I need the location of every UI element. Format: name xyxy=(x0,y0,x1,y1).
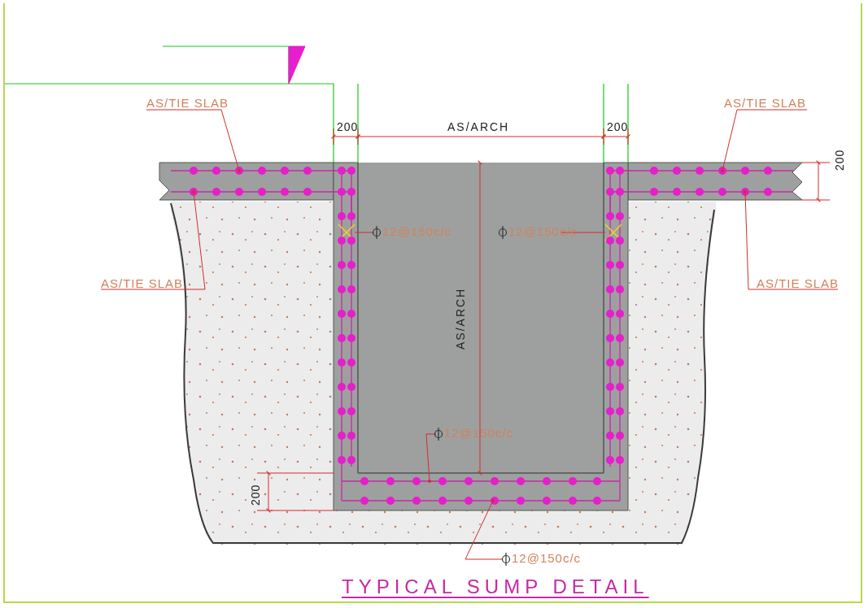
svg-point-113 xyxy=(569,477,577,485)
svg-point-109 xyxy=(465,477,473,485)
svg-point-50 xyxy=(718,188,726,196)
svg-point-122 xyxy=(543,497,551,505)
svg-point-70 xyxy=(347,358,355,367)
drawing-canvas xyxy=(0,0,868,608)
green-lines xyxy=(5,46,628,163)
svg-point-110 xyxy=(491,477,499,485)
svg-point-92 xyxy=(616,310,624,318)
svg-point-58 xyxy=(347,212,355,220)
svg-point-76 xyxy=(347,432,355,440)
svg-point-41 xyxy=(650,167,658,175)
dim-depth: AS/ARCH xyxy=(454,288,467,350)
svg-point-108 xyxy=(438,477,447,485)
svg-point-116 xyxy=(386,497,395,505)
svg-point-117 xyxy=(412,497,421,505)
svg-point-89 xyxy=(606,285,614,293)
dim-wall-left: 200 xyxy=(337,120,358,133)
svg-point-80 xyxy=(616,167,624,175)
svg-point-87 xyxy=(606,261,614,269)
svg-point-107 xyxy=(412,477,421,485)
svg-point-40 xyxy=(303,188,312,196)
dim-base-thk: 200 xyxy=(249,484,262,506)
svg-point-106 xyxy=(386,477,395,485)
svg-point-59 xyxy=(338,237,346,245)
svg-point-104 xyxy=(616,456,624,464)
svg-point-114 xyxy=(593,477,601,485)
svg-point-63 xyxy=(338,285,346,293)
svg-point-29 xyxy=(190,167,198,175)
svg-point-38 xyxy=(258,188,266,196)
svg-point-43 xyxy=(696,167,704,175)
svg-point-53 xyxy=(338,167,346,175)
svg-point-84 xyxy=(616,212,624,220)
rebar-label-4: 12@150c/c xyxy=(512,551,581,565)
svg-point-95 xyxy=(606,358,614,367)
svg-point-101 xyxy=(606,432,614,440)
svg-point-71 xyxy=(338,383,346,391)
svg-point-81 xyxy=(606,188,614,196)
svg-point-115 xyxy=(360,497,369,505)
svg-point-32 xyxy=(258,167,266,175)
svg-point-98 xyxy=(616,383,624,391)
svg-point-83 xyxy=(606,212,614,220)
svg-point-94 xyxy=(616,334,624,342)
dim-slab-thk: 200 xyxy=(833,150,846,171)
svg-point-56 xyxy=(347,188,355,196)
svg-point-93 xyxy=(606,334,614,342)
svg-point-30 xyxy=(212,167,220,175)
svg-point-66 xyxy=(347,310,355,318)
svg-point-48 xyxy=(673,188,681,196)
svg-point-90 xyxy=(616,285,624,293)
svg-point-54 xyxy=(347,167,355,175)
svg-point-88 xyxy=(616,261,624,269)
svg-point-82 xyxy=(616,188,624,196)
dim-span: AS/ARCH xyxy=(447,120,509,133)
svg-point-62 xyxy=(347,261,355,269)
svg-point-73 xyxy=(338,407,346,415)
svg-point-33 xyxy=(281,167,289,175)
svg-point-47 xyxy=(650,188,658,196)
svg-point-34 xyxy=(303,167,312,175)
svg-point-111 xyxy=(517,477,525,485)
svg-point-123 xyxy=(569,497,577,505)
rebar-label-2: 12@150c/c xyxy=(508,224,578,238)
svg-point-42 xyxy=(673,167,681,175)
svg-point-39 xyxy=(281,188,289,196)
svg-point-64 xyxy=(347,285,355,293)
svg-point-45 xyxy=(741,167,749,175)
svg-point-49 xyxy=(696,188,704,196)
callout-tie-br: AS/TIE SLAB xyxy=(757,276,839,290)
svg-point-121 xyxy=(517,497,525,505)
svg-point-79 xyxy=(606,167,614,175)
drawing-title: TYPICAL SUMP DETAIL xyxy=(342,575,649,598)
svg-point-46 xyxy=(764,167,772,175)
svg-point-74 xyxy=(347,407,355,415)
svg-point-118 xyxy=(438,497,447,505)
svg-point-112 xyxy=(543,477,551,485)
svg-point-86 xyxy=(616,237,624,245)
svg-point-102 xyxy=(616,432,624,440)
svg-point-105 xyxy=(360,477,369,485)
svg-point-77 xyxy=(338,456,346,464)
svg-point-103 xyxy=(606,456,614,464)
dim-wall-right: 200 xyxy=(607,120,628,133)
svg-point-85 xyxy=(606,237,614,245)
callout-tie-tr: AS/TIE SLAB xyxy=(724,96,806,110)
callout-tie-tl: AS/TIE SLAB xyxy=(146,96,229,110)
svg-point-36 xyxy=(212,188,220,196)
svg-point-68 xyxy=(347,334,355,342)
svg-point-124 xyxy=(593,497,601,505)
svg-point-75 xyxy=(338,432,346,440)
svg-point-52 xyxy=(764,188,772,196)
rebar-label-3: 12@150c/c xyxy=(444,426,513,440)
svg-point-100 xyxy=(616,407,624,415)
svg-point-119 xyxy=(465,497,473,505)
rebar-label-1: 12@150c/c xyxy=(382,224,451,238)
svg-point-91 xyxy=(606,310,614,318)
svg-point-78 xyxy=(347,456,355,464)
section-marker xyxy=(289,46,305,84)
svg-point-55 xyxy=(338,188,346,196)
svg-point-69 xyxy=(338,358,346,367)
svg-point-60 xyxy=(347,237,355,245)
svg-point-57 xyxy=(338,212,346,220)
